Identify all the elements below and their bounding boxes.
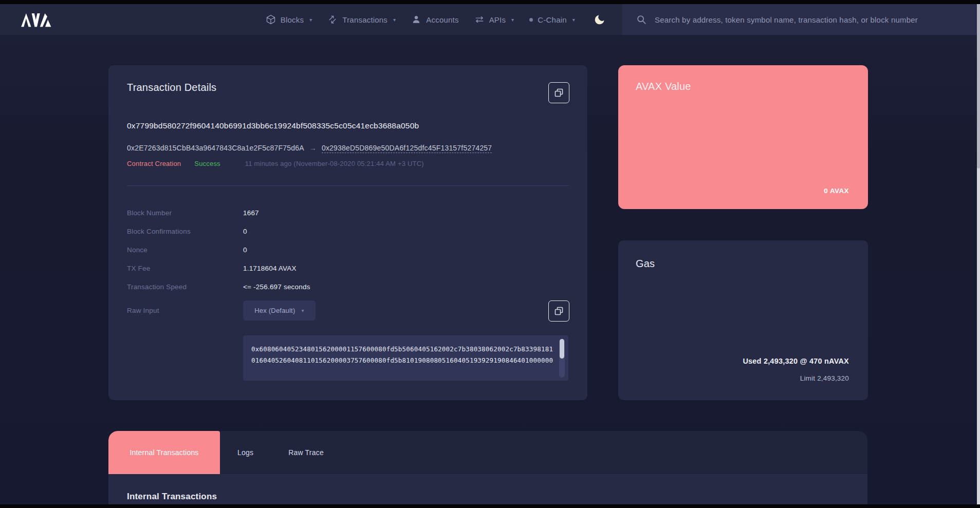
- person-icon: [411, 14, 421, 25]
- raw-input-data-box[interactable]: 0x60806040523480156200001157600080fd5b50…: [243, 335, 568, 381]
- detail-label: Transaction Speed: [127, 283, 243, 291]
- tab-panel-body: [108, 474, 867, 508]
- raw-input-line: 0x60806040523480156200001157600080fd5b50…: [251, 344, 551, 355]
- raw-input-line: 0160405260408110156200003757600080fd5b81…: [251, 355, 551, 366]
- navbar: Blocks ▾ Transactions ▾ Accounts: [0, 4, 977, 35]
- copy-icon: [554, 88, 564, 98]
- raw-input-format-dropdown[interactable]: Hex (Default) ▾: [243, 300, 316, 321]
- raw-input-scrollbar[interactable]: [559, 338, 565, 378]
- search-input[interactable]: [655, 15, 977, 24]
- chevron-down-icon: ▾: [572, 17, 575, 23]
- swap-arrows-icon: [327, 14, 338, 25]
- raw-input-scrollbar-thumb[interactable]: [560, 339, 564, 359]
- nav-item-chain-selector[interactable]: C-Chain ▾: [529, 15, 575, 24]
- address-row: 0x2E7263d815CbB43a9647843C8a1e2F5c87F75d…: [127, 144, 492, 153]
- card-title: Transaction Details: [127, 82, 216, 93]
- raw-input-format-value: Hex (Default): [254, 307, 295, 314]
- nav-item-blocks[interactable]: Blocks ▾: [266, 14, 312, 25]
- nav-item-label: APIs: [489, 15, 506, 24]
- bottom-panel: Internal Transactions Logs Raw Trace Int…: [108, 431, 867, 508]
- gas-card: Gas Used 2,493,320 @ 470 nAVAX Limit 2,4…: [618, 240, 868, 400]
- avalanche-logo-icon: [21, 12, 53, 27]
- gas-limit-value: Limit 2,493,320: [800, 374, 849, 382]
- gas-used-value: Used 2,493,320 @ 470 nAVAX: [743, 357, 849, 365]
- nav-menu: Blocks ▾ Transactions ▾ Accounts: [266, 13, 610, 26]
- detail-row-nonce: Nonce 0: [127, 240, 569, 259]
- detail-value: 1.1718604 AVAX: [243, 265, 569, 272]
- window-bottom-edge: [0, 504, 980, 508]
- nav-item-transactions[interactable]: Transactions ▾: [327, 14, 396, 25]
- divider: [127, 185, 569, 186]
- nav-item-label: C-Chain: [538, 15, 566, 24]
- moon-icon: [594, 13, 606, 26]
- from-address: 0x2E7263d815CbB43a9647843C8a1e2F5c87F75d…: [127, 144, 304, 152]
- theme-toggle-button[interactable]: [594, 13, 606, 26]
- avax-value-amount: 0 AVAX: [824, 187, 849, 195]
- detail-row-tx-fee: TX Fee 1.1718604 AVAX: [127, 259, 569, 277]
- detail-value: 1667: [243, 209, 569, 217]
- detail-value: 0: [243, 228, 569, 235]
- chevron-down-icon: ▾: [301, 308, 304, 313]
- page-scrollbar[interactable]: [977, 4, 980, 504]
- nav-item-accounts[interactable]: Accounts: [411, 14, 458, 25]
- nav-item-apis[interactable]: APIs ▾: [474, 14, 514, 25]
- detail-row-block-confirmations: Block Confirmations 0: [127, 222, 569, 240]
- page-scrollbar-thumb[interactable]: [977, 4, 980, 168]
- card-title: Gas: [636, 258, 655, 270]
- panel-heading: Internal Transactions: [127, 492, 217, 502]
- chevron-down-icon: ▾: [511, 17, 514, 23]
- nav-item-label: Blocks: [281, 15, 304, 24]
- page: Blocks ▾ Transactions ▾ Accounts: [0, 0, 980, 508]
- tab-strip: Internal Transactions Logs Raw Trace: [108, 431, 867, 474]
- to-address-link[interactable]: 0x2938eD5D869e50DA6f125dfc45F13157f52742…: [322, 144, 492, 153]
- sliders-icon: [474, 14, 485, 25]
- dot-icon: [529, 18, 533, 22]
- window-top-edge: [0, 0, 980, 4]
- detail-value: <= -256.697 seconds: [243, 283, 569, 291]
- nav-item-label: Accounts: [426, 15, 458, 24]
- copy-raw-input-button[interactable]: [548, 300, 569, 322]
- detail-row-block-number: Block Number 1667: [127, 203, 569, 222]
- transaction-details-card: Transaction Details 0x7799bd580272f96041…: [108, 65, 587, 400]
- timestamp: 11 minutes ago (November-08-2020 05:21:4…: [245, 160, 424, 167]
- detail-label: Block Confirmations: [127, 228, 243, 235]
- tab-raw-trace[interactable]: Raw Trace: [271, 431, 341, 474]
- detail-label: Nonce: [127, 246, 243, 254]
- detail-label: TX Fee: [127, 265, 243, 272]
- search-bar: [622, 4, 977, 35]
- chevron-down-icon: ▾: [393, 17, 396, 23]
- chevron-down-icon: ▾: [309, 17, 312, 23]
- copy-hash-button[interactable]: [548, 82, 569, 103]
- detail-label: Block Number: [127, 209, 243, 217]
- search-icon: [636, 14, 647, 25]
- raw-input-label: Raw Input: [127, 307, 159, 314]
- status-badge: Success: [194, 160, 220, 167]
- avalanche-logo[interactable]: [21, 12, 53, 27]
- detail-row-transaction-speed: Transaction Speed <= -256.697 seconds: [127, 277, 569, 296]
- detail-rows: Block Number 1667 Block Confirmations 0 …: [127, 203, 569, 296]
- arrow-right-icon: →: [309, 144, 317, 152]
- card-title: AVAX Value: [636, 81, 691, 92]
- status-row: Contract Creation Success 11 minutes ago…: [127, 160, 424, 167]
- tab-internal-transactions[interactable]: Internal Transactions: [108, 431, 220, 474]
- cube-icon: [266, 14, 276, 25]
- nav-item-label: Transactions: [342, 15, 387, 24]
- avax-value-card: AVAX Value 0 AVAX: [618, 65, 868, 209]
- tab-logs[interactable]: Logs: [220, 431, 271, 474]
- detail-value: 0: [243, 246, 569, 254]
- transaction-type-label: Contract Creation: [127, 160, 181, 167]
- transaction-hash: 0x7799bd580272f9604140b6991d3bb6c19924bf…: [127, 121, 419, 130]
- copy-icon: [554, 306, 564, 316]
